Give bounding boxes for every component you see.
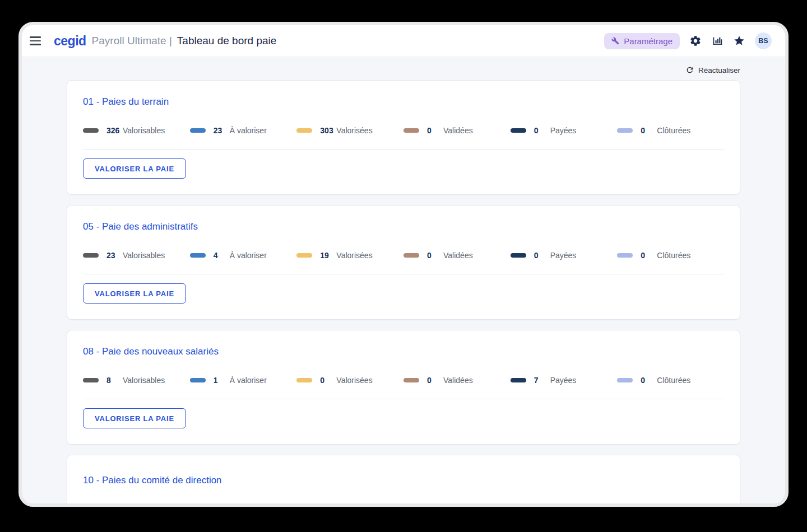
stat-value: 1 bbox=[214, 376, 230, 385]
status-dash bbox=[511, 253, 526, 258]
stat-cloturees: 0 Clôturées bbox=[617, 376, 724, 385]
stat-a-valoriser: 23 À valoriser bbox=[190, 126, 297, 135]
favorite-star-icon[interactable] bbox=[733, 35, 745, 47]
stat-value: 4 bbox=[214, 251, 230, 260]
stat-a-valoriser: 4 À valoriser bbox=[190, 251, 297, 260]
stat-value: 23 bbox=[214, 126, 230, 135]
stat-label: À valoriser bbox=[230, 251, 267, 260]
stat-value: 0 bbox=[641, 251, 657, 260]
stat-value: 7 bbox=[534, 376, 550, 385]
stat-value: 8 bbox=[106, 376, 123, 385]
status-dash bbox=[190, 378, 206, 382]
valoriser-la-paie-button[interactable]: VALORISER LA PAIE bbox=[83, 158, 186, 179]
stat-value: 19 bbox=[320, 251, 336, 260]
stat-valorisees: 19 Valorisées bbox=[296, 251, 404, 260]
stat-value: 0 bbox=[641, 126, 657, 135]
status-dash bbox=[617, 378, 633, 382]
card-title[interactable]: 05 - Paie des administratifs bbox=[83, 221, 724, 232]
status-dash bbox=[296, 253, 312, 258]
payroll-card-01: 01 - Paies du terrain 326 Valorisables 2… bbox=[67, 80, 740, 195]
stat-value: 0 bbox=[641, 376, 657, 385]
status-dash bbox=[404, 253, 419, 258]
stat-valorisables: 8 Valorisables bbox=[83, 376, 190, 385]
stat-value: 0 bbox=[534, 126, 550, 135]
menu-icon[interactable] bbox=[30, 34, 41, 47]
card-title[interactable]: 01 - Paies du terrain bbox=[83, 96, 724, 108]
stat-label: Valorisées bbox=[336, 376, 372, 385]
status-stats-row: 23 Valorisables 4 À valoriser 19 Valoris… bbox=[83, 251, 724, 260]
stat-valorisees: 0 Valorisées bbox=[296, 376, 404, 385]
stat-label: Valorisées bbox=[336, 251, 372, 260]
payroll-card-10: 10 - Paies du comité de direction bbox=[67, 455, 740, 507]
card-title[interactable]: 08 - Paie des nouveaux salariés bbox=[83, 346, 724, 357]
cegid-logo: cegid bbox=[54, 34, 86, 49]
stat-payees: 7 Payées bbox=[511, 376, 618, 385]
stat-valorisables: 326 Valorisables bbox=[83, 126, 190, 135]
stat-label: Payées bbox=[550, 376, 577, 385]
status-dash bbox=[296, 378, 312, 382]
parametrage-button[interactable]: Paramétrage bbox=[604, 33, 680, 49]
stat-label: Clôturées bbox=[657, 376, 690, 385]
stat-cloturees: 0 Clôturées bbox=[617, 251, 724, 260]
stat-value: 0 bbox=[534, 251, 550, 260]
stat-validees: 0 Validées bbox=[404, 126, 511, 135]
status-dash bbox=[404, 128, 419, 133]
stat-a-valoriser: 1 À valoriser bbox=[190, 376, 297, 385]
status-dash bbox=[190, 128, 206, 133]
stat-label: Payées bbox=[550, 126, 577, 135]
user-avatar[interactable]: BS bbox=[755, 32, 772, 49]
stat-payees: 0 Payées bbox=[511, 251, 618, 260]
status-dash bbox=[511, 378, 526, 382]
status-stats-row: 8 Valorisables 1 À valoriser 0 Valorisée… bbox=[83, 376, 724, 385]
card-divider bbox=[83, 149, 724, 150]
stat-label: Valorisables bbox=[123, 126, 165, 135]
stat-value: 0 bbox=[320, 376, 336, 385]
status-stats-row: 326 Valorisables 23 À valoriser 303 Valo… bbox=[83, 126, 724, 135]
stat-label: Validées bbox=[443, 126, 473, 135]
app-window: cegid Payroll Ultimate | Tableau de bord… bbox=[18, 22, 789, 507]
status-dash bbox=[617, 128, 633, 133]
stat-validees: 0 Validées bbox=[404, 376, 511, 385]
product-name: Payroll Ultimate | bbox=[92, 35, 172, 47]
refresh-label: Réactualiser bbox=[698, 66, 740, 74]
dashboard-content: Réactualiser 01 - Paies du terrain 326 V… bbox=[67, 64, 740, 507]
stat-value: 0 bbox=[427, 126, 443, 135]
page-title: Tableau de bord paie bbox=[177, 35, 276, 47]
stat-cloturees: 0 Clôturées bbox=[617, 126, 724, 135]
status-dash bbox=[617, 253, 633, 258]
valoriser-la-paie-button[interactable]: VALORISER LA PAIE bbox=[83, 283, 186, 304]
refresh-icon bbox=[685, 66, 694, 74]
stat-value: 326 bbox=[106, 126, 123, 135]
stat-valorisables: 23 Valorisables bbox=[83, 251, 190, 260]
status-dash bbox=[83, 378, 99, 382]
status-dash bbox=[83, 253, 99, 258]
stat-label: Validées bbox=[443, 251, 473, 260]
stat-label: Valorisables bbox=[123, 376, 165, 385]
stat-label: Valorisées bbox=[336, 126, 372, 135]
stat-label: Validées bbox=[443, 376, 473, 385]
payroll-card-08: 08 - Paie des nouveaux salariés 8 Valori… bbox=[67, 330, 740, 445]
valoriser-la-paie-button[interactable]: VALORISER LA PAIE bbox=[83, 408, 186, 428]
status-dash bbox=[296, 128, 312, 133]
stat-valorisees: 303 Valorisées bbox=[296, 126, 404, 135]
status-dash bbox=[190, 253, 206, 258]
bar-chart-icon[interactable] bbox=[711, 35, 723, 47]
stat-label: Clôturées bbox=[657, 251, 690, 260]
card-title[interactable]: 10 - Paies du comité de direction bbox=[83, 475, 724, 486]
stat-label: Payées bbox=[550, 251, 577, 260]
status-dash bbox=[83, 128, 99, 133]
settings-gear-icon[interactable] bbox=[689, 35, 702, 47]
stat-label: Clôturées bbox=[657, 126, 690, 135]
stat-label: Valorisables bbox=[123, 251, 165, 260]
refresh-button[interactable]: Réactualiser bbox=[67, 64, 740, 76]
card-divider bbox=[83, 274, 724, 274]
stat-value: 0 bbox=[427, 376, 443, 385]
stat-label: À valoriser bbox=[230, 376, 267, 385]
parametrage-label: Paramétrage bbox=[624, 36, 672, 46]
stat-validees: 0 Validées bbox=[404, 251, 511, 260]
stat-payees: 0 Payées bbox=[511, 126, 618, 135]
status-dash bbox=[511, 128, 526, 133]
wrench-icon bbox=[611, 37, 619, 45]
payroll-card-05: 05 - Paie des administratifs 23 Valorisa… bbox=[67, 205, 740, 320]
status-dash bbox=[404, 378, 419, 382]
